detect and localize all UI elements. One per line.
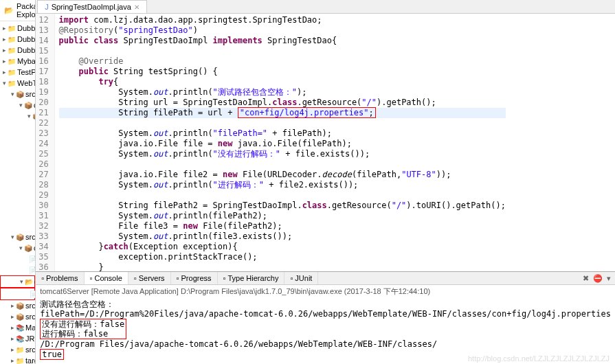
tree-node-label: JRE System Library (25, 334, 36, 343)
console-tab-type-hierarchy[interactable]: ▫Type Hierarchy (218, 272, 285, 284)
expand-arrow-icon[interactable]: ▸ (3, 36, 6, 43)
tree-item[interactable]: ▸📁Dubbo-Consumer (0, 23, 35, 34)
tree-node-icon: 📚 (16, 323, 24, 332)
tree-item[interactable]: ▾📦com (0, 100, 35, 111)
tree-item[interactable]: ▸📦view.action (0, 198, 36, 209)
close-icon[interactable]: ✕ (134, 3, 139, 11)
tree-item[interactable]: 📄log4j.properties (0, 288, 35, 300)
expand-arrow-icon[interactable]: ▸ (3, 69, 6, 76)
tree-item[interactable]: ▾📁WebTemplate (0, 78, 35, 89)
tree-item[interactable]: ▸📦src/test/resources (0, 311, 35, 322)
tree-node-label: Dubbo-Consumer (17, 24, 36, 32)
tree-item[interactable]: ▸📁target (0, 355, 35, 364)
expand-arrow-icon[interactable]: ▸ (3, 47, 6, 54)
console-tab-problems[interactable]: ▫Problems (36, 272, 84, 284)
tree-item[interactable]: ▸📚JRE System Library [jdk1.7.0_79] (0, 333, 35, 344)
editor-tab-label: SpringTestDaoImpl.java (52, 3, 131, 11)
tree-item[interactable]: ▸📁Dubbo-Provider (0, 45, 35, 56)
tree-item[interactable]: ▾📦lzj (0, 111, 35, 122)
tree-item[interactable]: ▾📦src/main/java (0, 89, 35, 100)
tree-item[interactable]: ▸📁src (0, 344, 35, 355)
tree-item[interactable]: ▾📦dao.app.springtest (0, 133, 36, 144)
expand-arrow-icon[interactable]: ▾ (27, 113, 31, 120)
tree-item[interactable]: ▾📦data (0, 122, 36, 133)
tree-item[interactable]: 📄applicationContext.xml (0, 253, 35, 264)
java-file-icon: J (45, 3, 49, 11)
tree-node-icon: 📁 (16, 345, 24, 354)
tree-node-label: src/main/resources (25, 233, 36, 241)
tree-item[interactable]: ▸📦src/test/java (0, 300, 35, 311)
tree-node-icon: 📦 (16, 89, 24, 99)
expand-arrow-icon[interactable]: ▸ (3, 58, 6, 65)
console-action-icon[interactable]: ⛔ (593, 274, 603, 283)
expand-arrow-icon[interactable]: ▸ (11, 302, 14, 309)
tab-icon: ▫ (134, 274, 137, 282)
tree-item[interactable]: JSpringTestDaoIm (0, 155, 36, 166)
tree-node-label: src (25, 345, 36, 354)
tree-node-label: TestProject (17, 68, 36, 76)
tree-node-label: Dubbo-Interface (17, 35, 36, 43)
tree-node-icon: 📁 (8, 23, 16, 33)
console-action-icon[interactable]: ✖ (583, 274, 589, 283)
tree-node-label: Maven Dependencies (25, 323, 36, 332)
tree-item[interactable]: ▾📂con+fig (0, 275, 35, 288)
expand-arrow-icon[interactable]: ▸ (3, 25, 6, 32)
tab-label: Console (94, 274, 122, 282)
tree-node-label: Mybatis (17, 57, 36, 65)
expand-arrow-icon[interactable]: ▸ (11, 357, 14, 364)
console-tab-progress[interactable]: ▫Progress (171, 272, 218, 284)
package-explorer-icon: 📂 (4, 6, 14, 15)
tree-item[interactable]: ▸📁Dubbo-Interface (0, 34, 35, 45)
tab-label: Progress (181, 274, 212, 282)
expand-arrow-icon[interactable]: ▸ (11, 324, 14, 331)
tab-icon: ▫ (41, 274, 44, 282)
expand-arrow-icon[interactable]: ▾ (11, 91, 14, 98)
tree-node-icon: 📁 (8, 45, 16, 55)
expand-arrow-icon[interactable]: ▸ (11, 313, 14, 320)
console-tab-console[interactable]: ▫Console (85, 272, 128, 284)
code-area[interactable]: import com.lzj.data.dao.app.springtest.S… (55, 14, 510, 271)
tree-node-icon: 📦 (16, 232, 24, 242)
tree-item[interactable]: ▾📦src/main/resources (0, 231, 35, 242)
tree-item[interactable]: ▸📁Mybatis (0, 56, 35, 67)
tree-node-label: src/test/resources (25, 312, 36, 321)
project-tree[interactable]: ▸📁Dubbo-Consumer▸📁Dubbo-Interface▸📁Dubbo… (0, 21, 35, 364)
tree-item[interactable]: ▸📦model.service.app.spring (0, 187, 36, 198)
tree-item[interactable]: ▸📦utils (0, 220, 36, 231)
expand-arrow-icon[interactable]: ▸ (11, 346, 14, 353)
tree-item[interactable]: 📄log4j.properties (0, 264, 35, 275)
tree-node-icon: 📄 (29, 254, 36, 264)
console-tab-servers[interactable]: ▫Servers (128, 272, 171, 284)
tree-item[interactable]: ▸📁TestProject (0, 67, 35, 78)
tree-node-label: src/test/java (25, 302, 36, 310)
tree-node-icon: 📁 (8, 67, 16, 77)
tree-item[interactable]: ▾📦impl (0, 144, 36, 155)
package-explorer-header: 📂 Package Explorer ⋮ (0, 0, 35, 21)
expand-arrow-icon[interactable]: ▾ (19, 102, 23, 109)
package-explorer-title: Package Explorer (16, 2, 36, 19)
tree-item[interactable]: ▾📦config (0, 242, 35, 253)
expand-arrow-icon[interactable]: ▾ (11, 234, 14, 240)
tree-node-label: Dubbo-Provider (17, 46, 36, 54)
tree-item[interactable]: JSpringTestDao.java (0, 166, 36, 177)
tree-node-icon: 📦 (16, 312, 24, 321)
editor-tab-active[interactable]: J SpringTestDaoImpl.java ✕ (37, 0, 147, 13)
tab-label: Type Hierarchy (227, 274, 278, 282)
tree-node-icon: 📦 (16, 301, 24, 310)
expand-arrow-icon[interactable]: ▸ (11, 335, 14, 342)
console-tabs: ▫Problems▫Console▫Servers▫Progress▫Type … (36, 272, 615, 285)
expand-arrow-icon[interactable]: ▾ (19, 244, 23, 251)
tree-node-label: target (25, 356, 36, 364)
tree-node-icon: 📁 (16, 356, 24, 364)
code-editor[interactable]: 1213141516171819202122232425262728293031… (36, 14, 615, 271)
expand-arrow-icon[interactable]: ▾ (20, 278, 23, 285)
console-tab-junit[interactable]: ▫JUnit (284, 272, 318, 284)
tree-node-icon: 📂 (25, 277, 33, 286)
console-action-icon[interactable]: ▾ (607, 274, 611, 283)
watermark: http://blog.csdn.net/LZJLZJLZJLZJLZJLZJ (468, 354, 610, 363)
tree-item[interactable]: ▸📚Maven Dependencies (0, 322, 35, 333)
tree-item[interactable]: ▸📦pub.servlet (0, 209, 36, 220)
tree-item[interactable]: ▸📦entries (0, 177, 36, 187)
tree-node-icon: 📦 (24, 100, 32, 110)
expand-arrow-icon[interactable]: ▾ (3, 80, 6, 87)
